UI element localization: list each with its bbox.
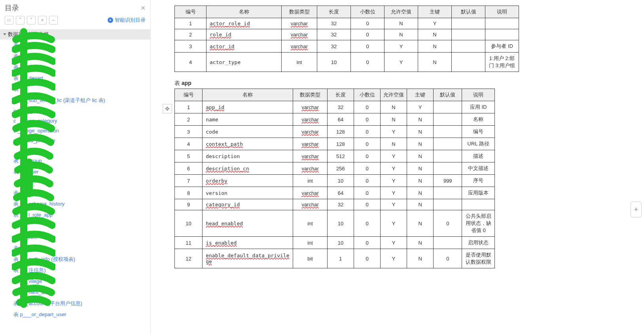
tool-up-icon[interactable]: ˄ (16, 16, 25, 25)
table-row: 9category_idvarchar320YN (175, 199, 495, 210)
tree-item[interactable]: c ___ata_privilege (0, 136, 150, 145)
close-icon[interactable]: ✕ (140, 4, 146, 12)
schema-table-1: 编号名称数据类型长度小数位允许空值主键默认值说明1actor_role_idva… (174, 6, 519, 72)
tree-item[interactable]: 表 ___role (0, 232, 150, 243)
toc-tree: 数据库表结构文格 表 Sheet表 actor_role表表 ___depart… (0, 28, 150, 334)
col-header: 说明 (485, 6, 519, 18)
tree-item[interactable]: c ___ege_category (0, 116, 150, 126)
field-name: actor_type (206, 53, 282, 72)
field-name: enable_default_data_privilege (203, 249, 293, 268)
section-title-app: 表 app (174, 80, 620, 87)
table-row: 3codevarchar1280YN编号 (175, 126, 495, 138)
side-add-button[interactable]: + (631, 202, 642, 217)
col-header: 编号 (175, 6, 206, 18)
table-row: 11is_enabledint100YN启用状态 (175, 237, 495, 249)
table-row: 2role_idvarchar320NN (175, 29, 519, 40)
tree-item[interactable]: 表 ___l_role_app (0, 209, 150, 221)
col-header: 默认值 (434, 89, 462, 101)
col-header: 编号 (175, 89, 203, 101)
tree-item[interactable]: 表 Sheet (0, 40, 150, 51)
field-name: version (203, 187, 293, 199)
col-header: 主键 (418, 6, 452, 18)
table-row: 8versionvarchar640YN应用版本 (175, 187, 495, 199)
field-name: is_enabled (203, 237, 293, 249)
col-header: 允许空值 (385, 6, 418, 18)
tree-item[interactable]: 表 (0, 62, 150, 73)
tree-item[interactable]: 表 ___account (平台用户信息) (0, 298, 150, 309)
table-row: 2namevarchar640NN名称 (175, 113, 495, 126)
col-header: 长度 (317, 6, 351, 18)
tree-item[interactable]: 表 ___注信息) (0, 265, 150, 276)
field-name: category_id (203, 199, 293, 210)
tool-add-icon[interactable]: + (38, 16, 47, 25)
smart-recognize-button[interactable]: ✦ 智能识别目录 (108, 17, 146, 24)
field-name: app_id (203, 101, 293, 113)
field-name: orderby (203, 175, 293, 187)
tool-remove-icon[interactable]: − (49, 16, 58, 25)
move-handle-icon[interactable]: ✥ (163, 104, 172, 113)
field-name: actor_role_id (206, 18, 282, 29)
tool-text-icon[interactable]: ∷ (5, 16, 13, 25)
tree-item[interactable]: 表 ___user (0, 243, 150, 254)
tree-item[interactable]: c ___ege_operation (0, 126, 150, 136)
tree-item[interactable]: 表 p___or_depart_user (0, 309, 150, 320)
table-row: 1app_idvarchar320NY应用 ID (175, 101, 495, 113)
table-row: 3actor_idvarchar320YN参与者 ID (175, 40, 519, 53)
smart-label: 智能识别目录 (115, 17, 146, 24)
tree-root-label: 数据库表结构文格 (8, 31, 49, 38)
tree-item[interactable]: 表 ___ategory (0, 187, 150, 198)
tree-item[interactable]: 表 (0, 84, 150, 95)
col-header: 长度 (327, 89, 354, 101)
tree-item[interactable]: c ___lege (0, 106, 150, 116)
col-header: 数据类型 (282, 6, 317, 18)
tool-down-icon[interactable]: ˅ (27, 16, 36, 25)
col-header: 主键 (407, 89, 434, 101)
tree-item[interactable]: 表 ___schema_history (0, 198, 150, 209)
sidebar: 目录 ✕ ∷ ˄ ˅ + − ✦ 智能识别目录 数据库表结构文格 表 Sheet… (0, 0, 151, 334)
tree-item[interactable]: 表 (0, 221, 150, 232)
chevron-down-icon (3, 33, 6, 36)
col-header: 允许空值 (381, 89, 407, 101)
table-row: 1actor_role_idvarchar320NY (175, 18, 519, 29)
field-name: role_id (206, 29, 282, 40)
table-row: 4context_pathvarchar1280NNURL 路径 (175, 138, 495, 150)
col-header: 小数位 (354, 89, 380, 101)
tree-item[interactable]: 表 ___auth_info (授权项表) (0, 254, 150, 265)
sidebar-title: 目录 (5, 3, 19, 13)
tree-item[interactable]: 表 ___sub_tenant_lic (渠道子租户 lic 表) (0, 95, 150, 106)
col-header: 数据类型 (293, 89, 328, 101)
tree-item[interactable] (0, 177, 150, 187)
table-row: 6description_cnvarchar2560YN中文描述 (175, 162, 495, 175)
field-name: head_enabled (203, 210, 293, 237)
col-header: 小数位 (351, 6, 385, 18)
schema-table-2: 编号名称数据类型长度小数位允许空值主键默认值说明1app_idvarchar32… (174, 89, 495, 268)
table-row: 10head_enabledint100YN0公共头部启用状态，缺省值 0 (175, 210, 495, 237)
tree-item[interactable]: 表 ___vilege (0, 276, 150, 287)
col-header: 说明 (462, 89, 495, 101)
spark-icon: ✦ (108, 17, 113, 23)
tree-item[interactable]: 表 ___depart (0, 73, 150, 84)
tree-item[interactable] (0, 145, 150, 155)
col-header: 名称 (203, 89, 293, 101)
field-name: actor_id (206, 40, 282, 53)
table-row: 4actor_typeint100YN1:用户 2:部门 3:用户组 (175, 53, 519, 72)
tree-item[interactable]: 表 actor_role (0, 51, 150, 62)
tree-item[interactable]: 表 ___nent_auth (0, 287, 150, 298)
field-name: description_cn (203, 162, 293, 175)
col-header: 名称 (206, 6, 282, 18)
tree-item[interactable]: 表 ___group (0, 155, 150, 166)
field-name: name (203, 113, 293, 126)
document-main: 编号名称数据类型长度小数位允许空值主键默认值说明1actor_role_idva… (151, 0, 644, 334)
table-row: 7orderbyint100YN999序号 (175, 175, 495, 187)
field-name: description (203, 150, 293, 162)
tree-root[interactable]: 数据库表结构文格 (0, 29, 150, 40)
field-name: code (203, 126, 293, 138)
tree-item[interactable]: 表 ___user (0, 166, 150, 177)
field-name: context_path (203, 138, 293, 150)
table-row: 5descriptionvarchar5120YN描述 (175, 150, 495, 162)
col-header: 默认值 (452, 6, 485, 18)
table-row: 12enable_default_data_privilegebit10YN0是… (175, 249, 495, 268)
